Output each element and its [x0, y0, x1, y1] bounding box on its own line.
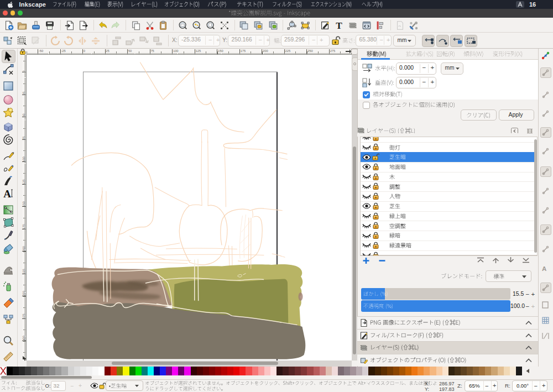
- svg-text:A: A: [3, 188, 11, 200]
- svg-text:T: T: [336, 20, 342, 30]
